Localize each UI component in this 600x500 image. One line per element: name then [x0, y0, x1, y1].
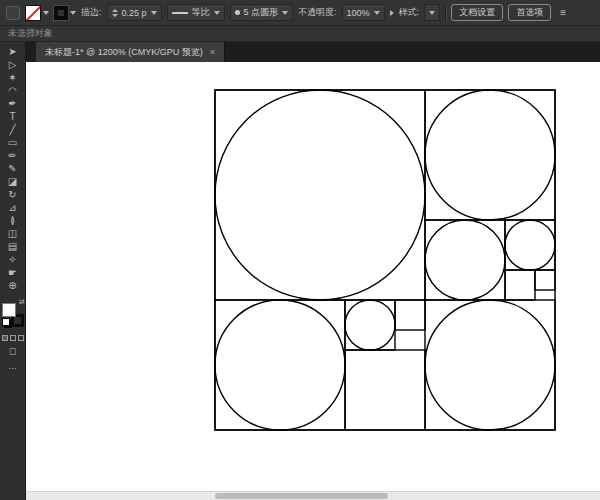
circle-shape-1[interactable]: [425, 90, 555, 220]
selection-status-label: 未选择对象: [8, 27, 53, 40]
eraser-tool-icon: ◪: [8, 177, 17, 187]
square-shape-10[interactable]: [345, 350, 425, 430]
separator: [445, 5, 446, 21]
chevron-down-icon: [151, 11, 157, 15]
scrollbar-thumb[interactable]: [215, 493, 387, 499]
style-label: 样式:: [399, 6, 420, 19]
square-shape-9[interactable]: [395, 300, 425, 330]
chevron-down-icon: [374, 11, 380, 15]
draw-normal-mode-button[interactable]: [2, 335, 8, 341]
lasso-tool-icon: ◠: [8, 86, 17, 96]
pen-tool[interactable]: ✒: [1, 97, 25, 110]
type-tool[interactable]: T: [1, 110, 25, 123]
square-shape-6[interactable]: [535, 270, 555, 290]
circle-shape-4[interactable]: [215, 300, 345, 430]
stroke-color-control[interactable]: [54, 6, 76, 20]
control-bar: 描边: 0.25 p 等比 5 点圆形 不透明度: 100% 样式:: [0, 0, 600, 26]
document-canvas[interactable]: [26, 62, 600, 500]
shape-builder-tool-icon: ◫: [8, 229, 17, 239]
preferences-button[interactable]: 首选项: [508, 4, 551, 21]
hand-tool-icon: ☛: [8, 268, 17, 278]
scale-tool[interactable]: ⊿: [1, 201, 25, 214]
paintbrush-tool-icon: ✏: [8, 151, 16, 161]
shape-builder-tool[interactable]: ◫: [1, 227, 25, 240]
round-brush-icon: [235, 10, 240, 15]
document-tab[interactable]: 未标题-1* @ 1200% (CMYK/GPU 预览) ×: [36, 42, 225, 62]
horizontal-scrollbar[interactable]: [26, 491, 600, 500]
fill-swatch-none[interactable]: [25, 5, 41, 21]
appearance-proxy-icon[interactable]: [6, 6, 20, 20]
line-segment-tool-icon: ╱: [9, 125, 15, 135]
uniform-profile-icon: [172, 12, 188, 14]
hand-tool[interactable]: ☛: [1, 266, 25, 279]
chevron-down-icon: [43, 11, 49, 15]
scale-tool-icon: ⊿: [8, 203, 16, 213]
rectangle-tool[interactable]: ▭: [1, 136, 25, 149]
swap-colors-icon[interactable]: ⇄: [19, 298, 25, 305]
tools-panel: ➤▷✶◠✒T╱▭✏✎◪↻⊿≬◫▤✧☛⊕ ⇄ ◻ …: [0, 42, 26, 500]
magic-wand-tool-icon: ✶: [8, 73, 16, 83]
close-icon[interactable]: ×: [210, 47, 215, 57]
profile-label: 等比: [192, 6, 210, 19]
rotate-tool[interactable]: ↻: [1, 188, 25, 201]
eraser-tool[interactable]: ◪: [1, 175, 25, 188]
opacity-label: 不透明度:: [298, 6, 337, 19]
rectangle-tool-icon: ▭: [8, 138, 17, 148]
edit-toolbar-icon[interactable]: …: [8, 362, 17, 371]
selection-tool[interactable]: ➤: [1, 45, 25, 58]
opacity-dropdown[interactable]: 100%: [342, 4, 385, 21]
screen-mode-icon[interactable]: ◻: [9, 347, 16, 356]
direct-selection-tool[interactable]: ▷: [1, 58, 25, 71]
gradient-tool-icon: ▤: [8, 242, 17, 252]
brush-label: 5 点圆形: [244, 6, 279, 19]
draw-behind-mode-button[interactable]: [10, 335, 16, 341]
pen-tool-icon: ✒: [8, 99, 16, 109]
pencil-tool-icon: ✎: [8, 164, 16, 174]
magic-wand-tool[interactable]: ✶: [1, 71, 25, 84]
type-tool-icon: T: [9, 112, 15, 122]
stroke-label: 描边:: [81, 6, 102, 19]
eyedropper-tool[interactable]: ✧: [1, 253, 25, 266]
chevron-down-icon: [214, 11, 220, 15]
circle-shape-3[interactable]: [505, 220, 555, 270]
stroke-profile-dropdown[interactable]: 等比: [167, 4, 225, 21]
paintbrush-tool[interactable]: ✏: [1, 149, 25, 162]
stepper-arrows-icon[interactable]: [112, 9, 118, 17]
circle-shape-0[interactable]: [215, 90, 425, 300]
pencil-tool[interactable]: ✎: [1, 162, 25, 175]
circle-shape-6[interactable]: [425, 300, 555, 430]
document-tab-bar: 未标题-1* @ 1200% (CMYK/GPU 预览) ×: [26, 42, 600, 62]
eyedropper-tool-icon: ✧: [8, 255, 16, 265]
selection-tool-icon: ➤: [8, 47, 16, 57]
lasso-tool[interactable]: ◠: [1, 84, 25, 97]
default-colors-icon[interactable]: [2, 318, 10, 326]
brush-dropdown[interactable]: 5 点圆形: [230, 4, 294, 21]
zoom-tool-icon: ⊕: [8, 281, 16, 291]
square-shape-5[interactable]: [505, 270, 535, 300]
opacity-options-icon[interactable]: [390, 10, 394, 16]
panel-menu-icon[interactable]: ≡: [556, 5, 570, 21]
opacity-value[interactable]: 100%: [347, 8, 370, 18]
draw-inside-mode-button[interactable]: [18, 335, 24, 341]
fill-color-control[interactable]: [25, 5, 49, 21]
square-shape-1[interactable]: [215, 90, 425, 300]
stroke-weight-field[interactable]: 0.25 p: [107, 4, 162, 21]
circle-shape-5[interactable]: [345, 300, 395, 350]
gradient-tool[interactable]: ▤: [1, 240, 25, 253]
artwork-golden-ratio-circles[interactable]: [213, 88, 557, 432]
style-dropdown[interactable]: [424, 4, 440, 21]
width-tool[interactable]: ≬: [1, 214, 25, 227]
width-tool-icon: ≬: [10, 216, 15, 226]
document-setup-button[interactable]: 文档设置: [451, 4, 503, 21]
square-shape-0[interactable]: [215, 90, 555, 430]
line-segment-tool[interactable]: ╱: [1, 123, 25, 136]
fill-proxy-swatch[interactable]: [2, 303, 16, 317]
tool-list: ➤▷✶◠✒T╱▭✏✎◪↻⊿≬◫▤✧☛⊕: [1, 45, 25, 292]
circle-shape-2[interactable]: [425, 220, 505, 300]
stroke-weight-value[interactable]: 0.25 p: [122, 8, 147, 18]
fill-stroke-proxy[interactable]: ⇄: [2, 299, 24, 327]
chevron-down-icon: [70, 11, 76, 15]
stroke-swatch[interactable]: [54, 6, 68, 20]
zoom-tool[interactable]: ⊕: [1, 279, 25, 292]
document-tab-title: 未标题-1* @ 1200% (CMYK/GPU 预览): [45, 46, 203, 59]
